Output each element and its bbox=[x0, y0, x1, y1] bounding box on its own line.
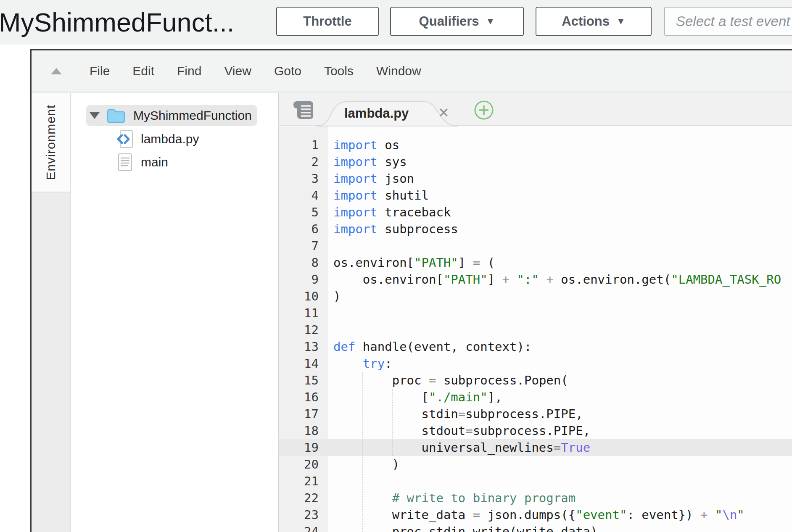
menu-item-window[interactable]: Window bbox=[376, 64, 421, 78]
code-line-21[interactable] bbox=[328, 473, 792, 490]
code-token: json.dumps({ bbox=[480, 508, 576, 522]
code-token: subprocess.PIPE, bbox=[465, 407, 583, 421]
line-number-18: 18 bbox=[279, 422, 328, 439]
code-editor[interactable]: 123456789101112131415161718192021222324 … bbox=[279, 126, 792, 532]
code-token: import bbox=[333, 205, 378, 219]
close-tab-icon[interactable]: × bbox=[438, 101, 449, 126]
code-line-16[interactable]: ["./main"], bbox=[328, 389, 792, 406]
tab-bar: lambda.py × bbox=[279, 93, 792, 126]
code-line-15[interactable]: proc = subprocess.Popen( bbox=[328, 372, 792, 389]
code-token: write_data bbox=[333, 508, 473, 522]
code-line-13[interactable]: def handle(event, context): bbox=[328, 338, 792, 355]
code-token: shutil bbox=[378, 188, 429, 203]
editor-panel: lambda.py × 1234567891011121314151617181… bbox=[279, 93, 792, 532]
line-number-14: 14 bbox=[279, 355, 328, 372]
editor-content-row: Environment MyShimmedFunction lambda.py bbox=[32, 93, 792, 532]
test-event-select[interactable]: Select a test event bbox=[664, 7, 792, 36]
code-line-23[interactable]: write_data = json.dumps({"event": event}… bbox=[328, 506, 792, 523]
code-line-19[interactable]: universal_newlines=True bbox=[328, 439, 792, 456]
code-token: subprocess.PIPE, bbox=[473, 424, 590, 438]
code-line-14[interactable]: try: bbox=[328, 355, 792, 372]
code-token: import bbox=[333, 155, 378, 169]
code-token: import bbox=[333, 138, 378, 152]
line-number-7: 7 bbox=[279, 237, 328, 254]
code-line-5[interactable]: import traceback bbox=[328, 204, 792, 221]
menu-bar-items: FileEditFindViewGotoToolsWindow bbox=[90, 64, 421, 78]
code-token: = bbox=[465, 424, 473, 438]
menu-item-tools[interactable]: Tools bbox=[324, 64, 354, 78]
line-number-5: 5 bbox=[279, 204, 328, 221]
test-event-placeholder: Select a test event bbox=[676, 13, 790, 29]
menu-item-goto[interactable]: Goto bbox=[274, 64, 301, 78]
line-number-20: 20 bbox=[279, 456, 328, 473]
new-tab-plus-icon[interactable] bbox=[473, 100, 494, 121]
menu-item-find[interactable]: Find bbox=[177, 64, 201, 78]
code-token: = bbox=[473, 255, 480, 270]
tree-row-folder[interactable]: MyShimmedFunction bbox=[71, 106, 278, 125]
environment-tab[interactable]: Environment bbox=[32, 93, 70, 192]
code-line-8[interactable]: os.environ["PATH"] = ( bbox=[328, 254, 792, 271]
line-number-21: 21 bbox=[279, 473, 328, 490]
code-token bbox=[708, 508, 715, 522]
code-token: [ bbox=[333, 390, 429, 404]
code-line-4[interactable]: import shutil bbox=[328, 187, 792, 204]
line-number-16: 16 bbox=[279, 389, 328, 406]
code-line-7[interactable] bbox=[328, 237, 792, 254]
code-line-24[interactable]: proc.stdin.write(write_data) bbox=[328, 523, 792, 532]
code-line-6[interactable]: import subprocess bbox=[328, 221, 792, 237]
code-token: + bbox=[502, 272, 510, 287]
tab-lambda-py[interactable]: lambda.py × bbox=[316, 101, 459, 126]
menu-item-file[interactable]: File bbox=[90, 64, 110, 78]
line-number-12: 12 bbox=[279, 321, 328, 338]
qualifiers-button[interactable]: Qualifiers ▼ bbox=[390, 7, 524, 36]
tree-row-main[interactable]: main bbox=[71, 153, 278, 172]
folder-icon bbox=[106, 108, 126, 124]
code-line-22[interactable]: # write to binary program bbox=[328, 490, 792, 506]
tab-label: lambda.py bbox=[344, 101, 409, 126]
code-token: + bbox=[700, 508, 708, 522]
environment-rail: Environment bbox=[32, 93, 71, 532]
line-number-24: 24 bbox=[279, 523, 328, 532]
code-line-12[interactable] bbox=[328, 321, 792, 338]
code-line-9[interactable]: os.environ["PATH"] + ":" + os.environ.ge… bbox=[328, 271, 792, 288]
file-tree-panel: MyShimmedFunction lambda.py ma bbox=[71, 93, 279, 532]
code-lines: import osimport sysimport jsonimport shu… bbox=[328, 137, 792, 532]
code-line-3[interactable]: import json bbox=[328, 170, 792, 187]
line-number-8: 8 bbox=[279, 254, 328, 271]
cloud9-editor-window: FileEditFindViewGotoToolsWindow Environm… bbox=[30, 49, 792, 532]
line-number-4: 4 bbox=[279, 187, 328, 204]
code-token: "PATH" bbox=[444, 272, 488, 287]
line-number-19: 19 bbox=[279, 439, 328, 456]
code-token: import bbox=[333, 188, 378, 203]
code-line-2[interactable]: import sys bbox=[328, 153, 792, 170]
code-token: proc.stdin.write(write_data) bbox=[333, 524, 598, 532]
code-token: traceback bbox=[378, 205, 451, 219]
tree-row-lambda-py[interactable]: lambda.py bbox=[71, 129, 278, 149]
code-token: True bbox=[561, 440, 590, 455]
code-token: + bbox=[546, 272, 553, 287]
folder-expand-icon[interactable] bbox=[90, 112, 100, 119]
code-token: # write to binary program bbox=[333, 491, 576, 505]
actions-button[interactable]: Actions ▼ bbox=[536, 7, 652, 36]
code-token: json bbox=[378, 171, 414, 186]
code-line-11[interactable] bbox=[328, 305, 792, 321]
code-token: handle(event, context): bbox=[355, 340, 531, 354]
code-line-10[interactable]: ) bbox=[328, 288, 792, 305]
code-line-17[interactable]: stdin=subprocess.PIPE, bbox=[328, 406, 792, 422]
menu-item-view[interactable]: View bbox=[224, 64, 251, 78]
menu-item-edit[interactable]: Edit bbox=[132, 64, 154, 78]
code-token: : bbox=[385, 356, 392, 371]
code-token: ":" bbox=[517, 272, 539, 287]
code-token: stdout bbox=[333, 424, 465, 438]
code-line-18[interactable]: stdout=subprocess.PIPE, bbox=[328, 422, 792, 439]
code-token: "./main" bbox=[429, 390, 488, 404]
code-line-20[interactable]: ) bbox=[328, 456, 792, 473]
throttle-button[interactable]: Throttle bbox=[276, 7, 379, 36]
line-number-11: 11 bbox=[279, 305, 328, 321]
code-line-1[interactable]: import os bbox=[328, 137, 792, 153]
tab-list-icon[interactable] bbox=[292, 100, 315, 120]
caret-down-icon: ▼ bbox=[616, 16, 626, 27]
throttle-button-label: Throttle bbox=[303, 14, 351, 29]
collapse-editor-icon[interactable] bbox=[51, 68, 62, 74]
line-number-1: 1 bbox=[279, 137, 328, 153]
